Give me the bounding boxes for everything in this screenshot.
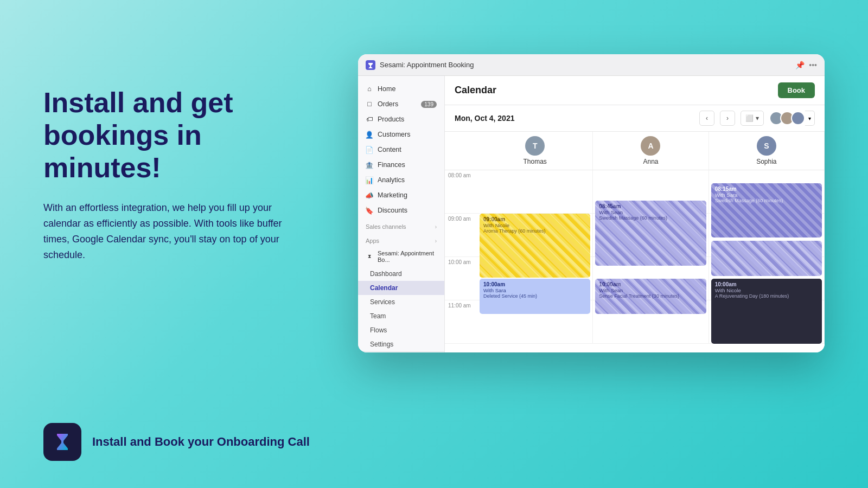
apps-label: Apps › bbox=[358, 232, 444, 246]
staff-col-sophia: S Sophia bbox=[709, 132, 825, 170]
sidebar-sub-calendar[interactable]: Calendar bbox=[358, 281, 444, 295]
appt-with: With Sara bbox=[483, 287, 586, 293]
sophia-appointments: 08:15am With Sara Swedish Massage (60 mi… bbox=[709, 170, 825, 344]
staff-dropdown[interactable]: ▾ bbox=[805, 111, 815, 126]
appt-service: Deleted Service (45 min) bbox=[483, 293, 586, 299]
bottom-bar[interactable]: Install and Book your Onboarding Call bbox=[43, 423, 310, 461]
pin-icon: 📌 bbox=[795, 61, 805, 69]
appt-sophia-1[interactable]: 08:15am With Sara Swedish Massage (60 mi… bbox=[711, 183, 822, 237]
sidebar-sub-dashboard[interactable]: Dashboard bbox=[358, 267, 444, 281]
appt-sophia-2[interactable] bbox=[711, 241, 822, 276]
grid-slot bbox=[477, 170, 592, 214]
appt-service: Swedish Massage (60 minutes) bbox=[599, 215, 702, 221]
sidebar-item-home[interactable]: ⌂ Home bbox=[358, 81, 444, 97]
sales-channels-label: Sales channels › bbox=[358, 218, 444, 232]
anna-appointments: 08:45am With Sean Swedish Massage (60 mi… bbox=[593, 170, 709, 344]
appt-with: With Nicole bbox=[483, 222, 586, 228]
calendar-grid: 08:00 am 09:00 am 10:00 am 11:00 am 09:0… bbox=[445, 170, 825, 352]
orders-badge: 139 bbox=[421, 101, 437, 108]
finances-icon: 🏦 bbox=[366, 161, 373, 169]
sesami-app-icon: ⧗ bbox=[366, 253, 373, 260]
marketing-icon: 📣 bbox=[366, 191, 373, 199]
customers-icon: 👤 bbox=[366, 131, 373, 138]
appt-with: With Sean bbox=[599, 287, 702, 293]
appt-with: With Sara bbox=[715, 192, 818, 198]
hero-title: Install and get bookings in minutes! bbox=[43, 87, 282, 184]
staff-avatar-anna: A bbox=[641, 136, 660, 156]
sidebar-label-analytics: Analytics bbox=[378, 176, 405, 184]
staff-col-anna: A Anna bbox=[593, 132, 709, 170]
app-window: Sesami: Appointment Booking 📌 ••• ⌂ Home… bbox=[358, 54, 825, 352]
products-icon: 🏷 bbox=[366, 115, 373, 123]
appt-service: Aroma Therapy (60 minutes) bbox=[483, 228, 586, 234]
view-selector[interactable]: ⬜ ▾ bbox=[741, 111, 764, 126]
home-icon: ⌂ bbox=[366, 85, 373, 93]
time-0800: 08:00 am bbox=[445, 170, 477, 214]
appt-service: Swedish Massage (60 minutes) bbox=[715, 198, 818, 203]
appt-time: 10:00am bbox=[483, 281, 586, 287]
appt-anna-2[interactable]: 10:00am With Sean Sense Facial Treatment… bbox=[595, 279, 706, 314]
appt-with: With Sean bbox=[599, 209, 702, 215]
sidebar-item-finances[interactable]: 🏦 Finances bbox=[358, 157, 444, 172]
sidebar-item-content[interactable]: 📄 Content bbox=[358, 142, 444, 157]
sidebar-label-orders: Orders bbox=[378, 100, 398, 108]
staff-col-thomas: T Thomas bbox=[477, 132, 593, 170]
content-icon: 📄 bbox=[366, 146, 373, 153]
sidebar-sub-settings[interactable]: Settings bbox=[358, 337, 444, 351]
calendar-page-title: Calendar bbox=[455, 85, 778, 96]
discounts-icon: 🔖 bbox=[366, 207, 373, 214]
sesami-logo bbox=[43, 423, 81, 461]
analytics-icon: 📊 bbox=[366, 176, 373, 184]
sidebar-bottom: ⚙ Settings bbox=[358, 351, 444, 352]
appt-sophia-3[interactable]: 10:00am With Nicole A Rejuvenating Day (… bbox=[711, 279, 822, 344]
sidebar-item-analytics[interactable]: 📊 Analytics bbox=[358, 172, 444, 188]
time-column: 08:00 am 09:00 am 10:00 am 11:00 am bbox=[445, 170, 477, 352]
app-icon bbox=[366, 60, 375, 70]
sidebar-item-orders[interactable]: □ Orders 139 bbox=[358, 97, 444, 112]
sidebar: ⌂ Home □ Orders 139 🏷 Products 👤 Custome… bbox=[358, 76, 445, 352]
sidebar-sub-services[interactable]: Services bbox=[358, 295, 444, 309]
calendar-header: Calendar Book bbox=[445, 76, 825, 105]
main-content: ⌂ Home □ Orders 139 🏷 Products 👤 Custome… bbox=[358, 76, 825, 352]
sidebar-label-finances: Finances bbox=[378, 161, 405, 169]
sidebar-sub-team[interactable]: Team bbox=[358, 309, 444, 323]
next-nav-button[interactable]: › bbox=[720, 111, 735, 126]
sidebar-label-sesami: Sesami: Appointment Bo... bbox=[378, 250, 437, 263]
appt-time: 10:00am bbox=[715, 281, 818, 287]
sidebar-sub-flows[interactable]: Flows bbox=[358, 323, 444, 337]
app-title: Sesami: Appointment Booking bbox=[380, 61, 795, 69]
appt-thomas-2[interactable]: 10:00am With Sara Deleted Service (45 mi… bbox=[480, 279, 590, 314]
sidebar-label-products: Products bbox=[378, 115, 404, 123]
staff-avatar-sophia: S bbox=[757, 136, 776, 156]
sidebar-item-sesami-app[interactable]: ⧗ Sesami: Appointment Bo... bbox=[358, 246, 444, 267]
sidebar-item-marketing[interactable]: 📣 Marketing bbox=[358, 188, 444, 203]
sidebar-settings[interactable]: ⚙ Settings bbox=[358, 352, 444, 352]
sidebar-item-discounts[interactable]: 🔖 Discounts bbox=[358, 203, 444, 218]
more-options-icon: ••• bbox=[809, 61, 817, 69]
time-1100: 11:00 am bbox=[445, 300, 477, 344]
staff-name-thomas: Thomas bbox=[523, 158, 546, 165]
appt-anna-1[interactable]: 08:45am With Sean Swedish Massage (60 mi… bbox=[595, 201, 706, 266]
calendar-date: Mon, Oct 4, 2021 bbox=[455, 114, 694, 123]
view-arrow: ▾ bbox=[756, 114, 759, 122]
orders-icon: □ bbox=[366, 100, 373, 108]
staff-avatar-group[interactable]: ▾ bbox=[769, 111, 815, 126]
sidebar-label-customers: Customers bbox=[378, 131, 410, 138]
book-button[interactable]: Book bbox=[778, 82, 815, 98]
appt-thomas-1[interactable]: 09:00am With Nicole Aroma Therapy (60 mi… bbox=[480, 214, 590, 278]
sidebar-item-customers[interactable]: 👤 Customers bbox=[358, 127, 444, 142]
hero-section: Install and get bookings in minutes! Wit… bbox=[43, 87, 282, 263]
prev-nav-button[interactable]: ‹ bbox=[699, 111, 714, 126]
time-0900: 09:00 am bbox=[445, 214, 477, 257]
view-icon: ⬜ bbox=[745, 114, 754, 122]
sidebar-item-products[interactable]: 🏷 Products bbox=[358, 112, 444, 127]
appt-service: Sense Facial Treatment (30 minutes) bbox=[599, 293, 702, 299]
hero-subtitle: With an effortless integration, we help … bbox=[43, 200, 282, 262]
calendar-area: Calendar Book Mon, Oct 4, 2021 ‹ › ⬜ ▾ ▾ bbox=[445, 76, 825, 352]
staff-name-anna: Anna bbox=[643, 158, 658, 165]
staff-avatar-3 bbox=[791, 111, 805, 125]
appt-with: With Nicole bbox=[715, 287, 818, 293]
sidebar-label-marketing: Marketing bbox=[378, 191, 407, 199]
staff-avatar-thomas: T bbox=[525, 136, 545, 156]
time-1000: 10:00 am bbox=[445, 257, 477, 300]
